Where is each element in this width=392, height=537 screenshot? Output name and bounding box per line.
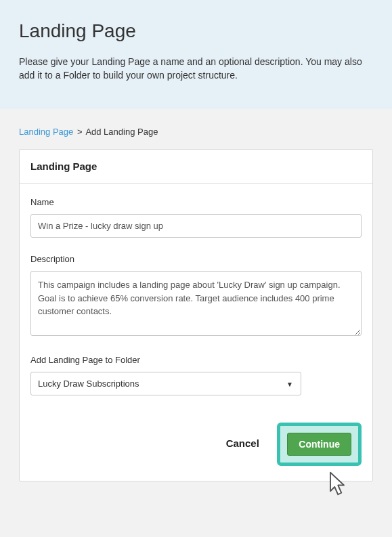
description-label: Description [30, 254, 362, 264]
page-subtitle: Please give your Landing Page a name and… [19, 56, 373, 82]
folder-select[interactable]: Lucky Draw Subscriptions [30, 372, 301, 395]
form-panel: Landing Page Name Description This campa… [19, 149, 373, 481]
continue-highlight: Continue [277, 423, 362, 466]
description-textarea[interactable]: This campaign includes a landing page ab… [30, 271, 362, 336]
panel-footer: Cancel Continue [20, 416, 372, 481]
panel-heading: Landing Page [20, 150, 372, 184]
page-header: Landing Page Please give your Landing Pa… [0, 0, 392, 109]
continue-button[interactable]: Continue [287, 433, 351, 456]
breadcrumb-current: Add Landing Page [85, 127, 158, 137]
name-label: Name [30, 197, 362, 207]
description-group: Description This campaign includes a lan… [30, 254, 362, 339]
breadcrumb-separator: > [77, 127, 83, 137]
folder-group: Add Landing Page to Folder Lucky Draw Su… [30, 355, 362, 395]
breadcrumb: Landing Page > Add Landing Page [19, 109, 373, 149]
name-input[interactable] [30, 214, 362, 238]
page-title: Landing Page [19, 20, 373, 42]
cursor-icon [327, 471, 347, 496]
breadcrumb-link[interactable]: Landing Page [19, 127, 73, 137]
cancel-button[interactable]: Cancel [217, 431, 269, 456]
folder-label: Add Landing Page to Folder [30, 355, 362, 365]
panel-body: Name Description This campaign includes … [20, 184, 372, 416]
name-group: Name [30, 197, 362, 238]
folder-select-wrapper: Lucky Draw Subscriptions ▼ [30, 372, 301, 395]
